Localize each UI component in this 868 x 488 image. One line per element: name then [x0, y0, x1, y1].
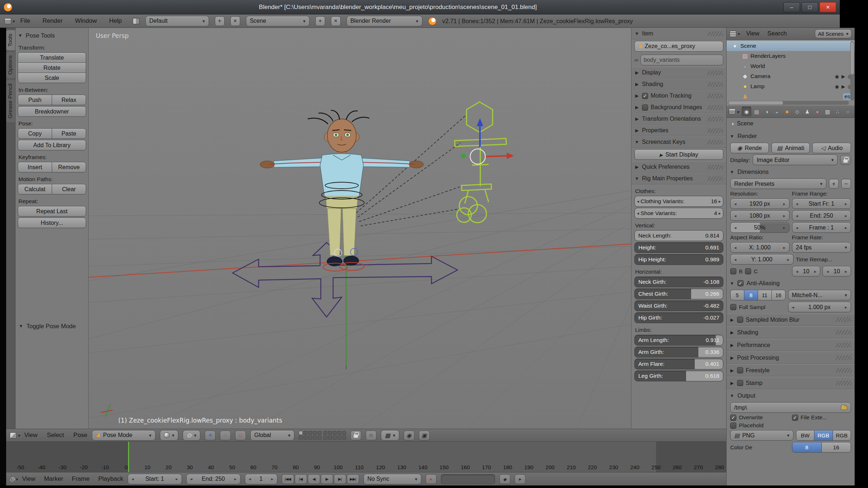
menu-item[interactable]: Frame [72, 475, 90, 483]
playback-button[interactable]: ▶| [334, 474, 346, 484]
playback-button[interactable]: |◀ [295, 474, 307, 484]
full-sample-checkbox[interactable] [730, 304, 736, 310]
add-scene-button[interactable] [315, 16, 325, 26]
timeline-band[interactable]: -50-40-30-20-100102030405060708090100110… [6, 441, 726, 472]
collapsed-panel-header[interactable]: Shading [727, 326, 855, 338]
editor-type-select-3d[interactable] [10, 432, 20, 438]
outliner-vertical-scrollbar[interactable] [850, 41, 854, 100]
decrement-arrow-icon[interactable]: ◂ [637, 199, 639, 204]
lock-to-scene-button[interactable] [350, 431, 361, 440]
file-extensions-checkbox[interactable] [792, 415, 798, 421]
delete-scene-button[interactable] [331, 16, 341, 26]
properties-tab-icon[interactable] [813, 107, 822, 116]
rig-slider[interactable]: ◂ Shoe Variants: 4 ▸ [634, 208, 723, 219]
timeline-ruler[interactable]: -50-40-30-20-100102030405060708090100110… [20, 464, 720, 470]
transform-orientation-select[interactable]: Global [250, 430, 294, 441]
quick-preferences-panel-header[interactable]: Quick Preferences [631, 161, 726, 173]
rig-slider[interactable]: ◂ Clothing Variants: 16 ▸ [634, 196, 723, 207]
manipulator-translate-button[interactable] [205, 431, 216, 440]
delete-layout-button[interactable] [230, 16, 240, 26]
border-checkbox[interactable] [730, 268, 736, 274]
push-button[interactable]: Push [18, 95, 52, 105]
aspect-x-field[interactable]: X: 1.000 [730, 242, 790, 253]
manipulator-rotate-button[interactable] [220, 431, 231, 440]
screen-layout-select[interactable]: Default [145, 16, 209, 26]
keying-set-select[interactable] [441, 474, 495, 484]
pose-tools-panel-header[interactable]: Pose Tools [18, 30, 86, 41]
rig-slider[interactable]: ◂ Neck Length: 0.814 ▸ [634, 230, 723, 241]
sync-mode-select[interactable]: No Sync [363, 474, 421, 484]
current-frame-field[interactable]: 1 [245, 474, 277, 484]
add-to-library-button[interactable]: Add To Library [18, 140, 86, 150]
opengl-render-anim-button[interactable] [419, 431, 430, 440]
selectable-icon[interactable] [842, 74, 845, 79]
depth-16-button[interactable]: 16 [821, 442, 851, 453]
remove-keyframe-button[interactable]: Remove [52, 162, 86, 172]
outliner-scope-select[interactable]: All Scenes [815, 29, 852, 38]
n-panel-section-header[interactable]: Display [631, 67, 726, 78]
file-format-select[interactable]: PNG [730, 430, 793, 441]
properties-tab-icon[interactable] [762, 107, 771, 116]
screencast-keys-panel-header[interactable]: Screencast Keys [631, 136, 726, 148]
toolshelf-tab[interactable]: Options [6, 52, 15, 78]
menu-item[interactable]: Playback [98, 475, 123, 483]
section-checkbox[interactable] [642, 93, 648, 99]
menu-item[interactable]: View [22, 475, 35, 483]
render-engine-select[interactable]: Blender Render [346, 16, 422, 26]
n-panel-section-header[interactable]: Transform Orientations [631, 113, 726, 125]
depth-8-button[interactable]: 8 [792, 442, 822, 453]
visibility-icon[interactable] [835, 84, 839, 89]
aa-sample-button[interactable]: 11 [758, 290, 772, 300]
increment-arrow-icon[interactable]: ▸ [719, 199, 721, 204]
scale-button[interactable]: Scale [18, 73, 86, 83]
collapsed-panel-header[interactable]: Freestyle [727, 364, 855, 376]
panel-checkbox[interactable] [737, 317, 743, 323]
manipulator-scale-button[interactable] [235, 431, 246, 440]
object-name-field[interactable]: Zeze_co...es_proxy [634, 41, 723, 52]
viewport-shading-select[interactable] [160, 430, 179, 441]
layers-widget[interactable] [299, 431, 346, 440]
display-lock-button[interactable] [840, 155, 851, 165]
snap-element-select[interactable] [381, 430, 399, 441]
keying-set-add-button[interactable] [499, 474, 510, 484]
render-animation-button[interactable]: Animati [771, 143, 810, 153]
add-preset-button[interactable] [829, 179, 839, 189]
render-panel-header[interactable]: Render [727, 131, 855, 141]
clear-paths-button[interactable]: Clear [52, 184, 86, 194]
visibility-icon[interactable] [835, 74, 839, 79]
editor-type-select-outliner[interactable] [729, 30, 740, 37]
rgb-button[interactable]: RGB [814, 430, 833, 441]
rig-slider[interactable]: ◂ Height: 0.691 ▸ [634, 242, 723, 253]
rig-slider[interactable]: ◂ Chest Girth: 0.266 ▸ [634, 288, 723, 299]
scene-select[interactable]: Scene [246, 16, 310, 26]
relax-button[interactable]: Relax [52, 95, 86, 105]
render-button[interactable]: Rende [730, 143, 769, 153]
rig-slider[interactable]: ◂ Arm Girth: 0.336 ▸ [634, 347, 723, 358]
character-mesh[interactable] [260, 110, 424, 266]
viewport-canvas[interactable]: User Persp (1) Zeze_cookieFlexRig.lowRes… [89, 28, 631, 429]
filter-size-field[interactable]: 1.000 px [788, 302, 851, 312]
resolution-y-field[interactable]: 1080 px [730, 210, 790, 221]
dimensions-panel-header[interactable]: Dimensions [727, 167, 855, 177]
menu-item[interactable]: File [20, 17, 30, 25]
collapsed-panel-header[interactable]: Sampled Motion Blur [727, 314, 855, 326]
properties-tab-icon[interactable] [792, 107, 802, 116]
start-frame-field[interactable]: Start Fr: 1 [792, 198, 851, 209]
rig-slider[interactable]: ◂ Leg Girth: 0.618 ▸ [634, 371, 723, 381]
calculate-paths-button[interactable]: Calculat [18, 184, 52, 194]
maximize-button[interactable] [801, 2, 818, 12]
remap-old-field[interactable]: 10 [792, 266, 821, 277]
playback-button[interactable]: ▶▶| [347, 474, 359, 484]
end-frame-field[interactable]: End: 250 [186, 474, 241, 484]
outliner-row-toggles[interactable] [835, 84, 852, 89]
n-panel-section-header[interactable]: Background Images [631, 102, 726, 113]
anti-aliasing-checkbox[interactable] [737, 280, 744, 286]
history-button[interactable]: History... [18, 218, 86, 228]
placeholders-checkbox[interactable] [730, 423, 736, 429]
render-presets-select[interactable]: Render Presets [730, 179, 826, 189]
menu-item[interactable]: Search [767, 30, 787, 37]
properties-tab-icon[interactable] [752, 107, 761, 116]
item-panel-header[interactable]: Item [631, 28, 726, 39]
remap-new-field[interactable]: 10 [822, 266, 851, 277]
record-button[interactable] [426, 474, 437, 484]
